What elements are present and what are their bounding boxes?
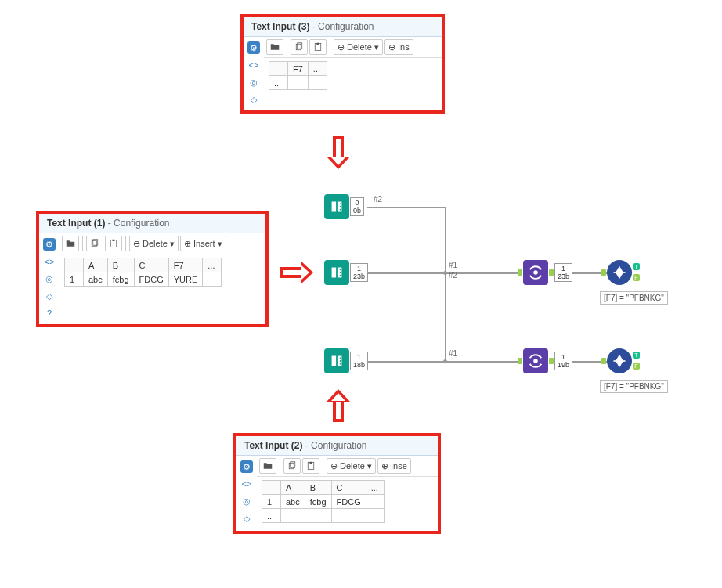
node-union-2[interactable] (523, 348, 548, 373)
tag-icon[interactable]: ◇ (240, 512, 253, 525)
code-icon[interactable]: <> (247, 59, 260, 71)
svg-point-2 (340, 209, 341, 211)
callout-arrow-up (327, 389, 350, 422)
panel-text-input-1: Text Input (1) - Configuration ⚙ <> ◎ ◇ … (36, 211, 269, 327)
svg-point-3 (340, 269, 341, 270)
panel-toolbar: ⊖ Delete ▾ ⊕ Inse (257, 456, 438, 477)
gear-icon[interactable]: ⚙ (43, 238, 56, 251)
panel-sidebar: ⚙ <> ◎ ◇ (236, 456, 257, 531)
filter-icon (607, 260, 632, 285)
filter-annotation: [F7] = "PFBNKG" (600, 291, 668, 305)
node-filter-2[interactable]: T F (607, 348, 632, 373)
node-stats: 123b (554, 263, 572, 282)
target-icon[interactable]: ◎ (43, 272, 56, 285)
panel-sidebar: ⚙ <> ◎ ◇ ? (39, 233, 60, 324)
target-icon[interactable]: ◎ (240, 495, 253, 507)
svg-point-5 (340, 275, 341, 276)
node-text-input-3[interactable] (324, 194, 349, 219)
connector-label: #2 (374, 195, 382, 204)
svg-rect-18 (113, 240, 115, 241)
svg-point-7 (340, 360, 341, 362)
union-icon (523, 348, 548, 373)
panel-text-input-2: Text Input (2) - Configuration ⚙ <> ◎ ◇ … (233, 433, 441, 534)
node-stats: 119b (554, 352, 572, 370)
svg-rect-14 (317, 43, 319, 45)
node-stats: 123b (350, 263, 368, 282)
node-union-1[interactable] (523, 260, 548, 285)
insert-button[interactable]: ⊕ Insert ▾ (180, 236, 226, 251)
delete-button[interactable]: ⊖ Delete ▾ (327, 458, 376, 474)
delete-button[interactable]: ⊖ Delete ▾ (334, 39, 383, 55)
svg-point-0 (340, 203, 341, 204)
panel-title: Text Input (3) - Configuration (244, 17, 442, 37)
paste-button[interactable] (105, 236, 122, 251)
callout-arrow-down (327, 136, 350, 169)
svg-point-9 (533, 270, 538, 275)
data-grid[interactable]: F7...... (264, 58, 442, 98)
copy-button[interactable] (291, 39, 308, 55)
data-grid[interactable]: ABCF7...1abcfcbgFDCGYURE (60, 254, 265, 294)
code-icon[interactable]: <> (240, 478, 253, 490)
svg-point-4 (340, 272, 341, 273)
svg-point-10 (533, 359, 538, 363)
paste-button[interactable] (302, 458, 319, 474)
panel-title: Text Input (2) - Configuration (236, 436, 438, 456)
svg-rect-22 (310, 462, 312, 464)
tag-icon[interactable]: ◇ (247, 93, 260, 106)
node-text-input-1[interactable] (324, 260, 349, 285)
node-text-input-2[interactable] (324, 348, 349, 373)
panel-toolbar: ⊖ Delete ▾ ⊕ Ins (264, 37, 442, 58)
delete-button[interactable]: ⊖ Delete ▾ (129, 236, 179, 251)
target-icon[interactable]: ◎ (247, 76, 260, 88)
open-button[interactable] (62, 236, 79, 251)
copy-button[interactable] (86, 236, 103, 251)
node-stats: 00b (350, 197, 364, 216)
svg-point-8 (340, 363, 341, 365)
copy-button[interactable] (283, 458, 301, 474)
union-icon (523, 260, 548, 285)
text-input-icon (324, 194, 349, 219)
help-icon[interactable]: ? (43, 307, 56, 319)
open-button[interactable] (259, 458, 276, 474)
node-filter-1[interactable]: T F (607, 260, 632, 285)
gear-icon[interactable]: ⚙ (240, 460, 253, 473)
paste-button[interactable] (309, 39, 327, 55)
panel-sidebar: ⚙ <> ◎ ◇ (244, 37, 264, 110)
insert-button[interactable]: ⊕ Ins (384, 39, 413, 55)
connector-label: #1 (449, 261, 457, 269)
connector-label: #1 (449, 349, 457, 358)
svg-point-1 (340, 206, 341, 207)
panel-title: Text Input (1) - Configuration (39, 214, 265, 233)
data-grid[interactable]: ABC...1abcfcbgFDCG... (257, 477, 438, 531)
filter-annotation: [F7] = "PFBNKG" (600, 380, 668, 393)
text-input-icon (324, 260, 349, 285)
panel-toolbar: ⊖ Delete ▾ ⊕ Insert ▾ (60, 233, 265, 254)
text-input-icon (324, 348, 349, 373)
code-icon[interactable]: <> (43, 255, 56, 268)
insert-button[interactable]: ⊕ Inse (377, 458, 411, 474)
tag-icon[interactable]: ◇ (43, 290, 56, 302)
gear-icon[interactable]: ⚙ (247, 41, 260, 54)
filter-icon (607, 348, 632, 373)
open-button[interactable] (266, 39, 283, 55)
node-stats: 118b (350, 352, 368, 370)
callout-arrow-right (280, 261, 313, 284)
panel-text-input-3: Text Input (3) - Configuration ⚙ <> ◎ ◇ … (240, 14, 445, 114)
svg-point-6 (340, 357, 341, 359)
connector-label: #2 (449, 271, 457, 280)
